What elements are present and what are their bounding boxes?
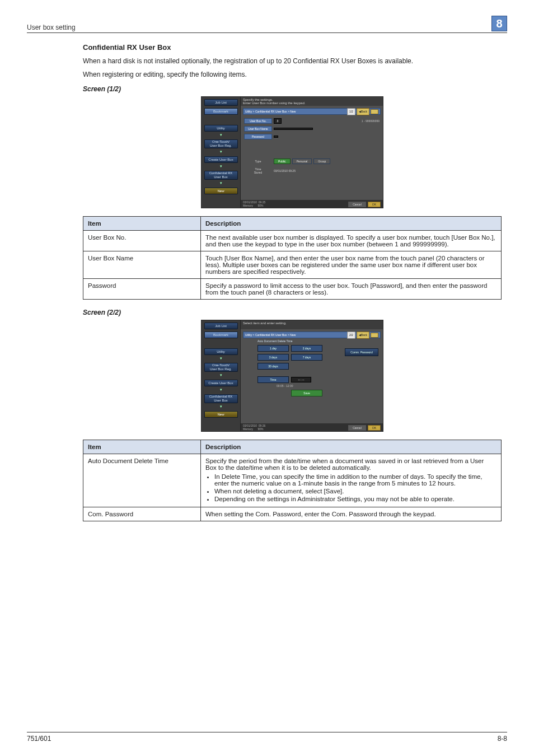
page-indicator: 1/2 xyxy=(347,108,355,115)
table-header-item: Item xyxy=(83,217,201,231)
breadcrumb: Utility > Confidential RX User Box > New… xyxy=(243,332,381,338)
screen2-title: Screen (2/2) xyxy=(83,309,502,316)
sidebar-onetouch-button[interactable]: One-Touch/ User Box Reg. xyxy=(204,363,238,372)
password-value xyxy=(274,136,278,138)
comm-password-button[interactable]: Comm. Password xyxy=(345,348,378,356)
user-box-name-button[interactable]: User Box Name xyxy=(244,126,272,132)
sidebar-confidential-button[interactable]: Confidential RX User Box xyxy=(204,394,238,403)
sidebar-new-button[interactable]: New xyxy=(204,188,238,194)
chevron-down-icon: ▾ xyxy=(218,373,224,377)
device-sidebar: Job List Bookmark Utility ▾ One-Touch/ U… xyxy=(202,97,241,208)
screen2-description-table: Item Description Auto Document Delete Ti… xyxy=(83,440,502,521)
sidebar-confidential-button[interactable]: Confidential RX User Box xyxy=(204,171,238,180)
cancel-button[interactable]: Cancel xyxy=(348,425,366,431)
table2-row0-desc: Specify the period from the date/time wh… xyxy=(201,454,502,507)
time-stored-label: Time Stored xyxy=(244,167,272,174)
sidebar-joblist-button[interactable]: Job List xyxy=(204,99,238,106)
device-screenshot-1: Job List Bookmark Utility ▾ One-Touch/ U… xyxy=(201,96,383,208)
device-screenshot-2: Job List Bookmark Utility ▾ One-Touch/ U… xyxy=(201,320,383,432)
breadcrumb-path: Utility > Confidential RX User Box > New xyxy=(245,109,296,115)
delete-3days-button[interactable]: 3 days xyxy=(257,354,289,361)
table2-row1-desc: When setting the Com. Password, enter th… xyxy=(201,507,502,521)
back-button[interactable]: ◀Back xyxy=(357,332,369,339)
delete-7days-button[interactable]: 7 days xyxy=(291,354,322,361)
user-box-no-button[interactable]: User Box No. xyxy=(244,118,272,124)
sidebar-bookmark-button[interactable]: Bookmark xyxy=(204,332,238,338)
time-range-hint: 00:05 - 12:00 xyxy=(277,384,293,388)
auto-delete-panel-title: Auto Document Delete Time xyxy=(257,339,293,343)
table-row: Auto Document Delete Time Specify the pe… xyxy=(83,454,502,507)
auto-delete-options: 1 day 2 days 3 days 7 days 30 days xyxy=(257,345,341,370)
table-row: Password Specify a password to limit acc… xyxy=(83,279,502,300)
screen1-description-table: Item Description User Box No. The next a… xyxy=(83,216,502,300)
breadcrumb: Utility > Confidential RX User Box > New… xyxy=(243,108,381,115)
sidebar-create-box-button[interactable]: Create User Box xyxy=(204,380,238,386)
footer-model: 751/601 xyxy=(27,735,51,743)
type-segment: Public Personal Group xyxy=(274,158,330,164)
footer-status-1: 03/01/2010 09:25Memory 90% xyxy=(243,200,265,207)
back-button[interactable]: ◀Back xyxy=(357,108,369,115)
device-body-2: Utility > Confidential RX User Box > New… xyxy=(241,329,383,423)
time-stored-value: 03/01/2010 09:25 xyxy=(274,169,296,172)
footer-status-2: 03/01/2010 09:26Memory 90% xyxy=(243,424,265,431)
time-value: -- : -- xyxy=(291,377,311,382)
type-public-button[interactable]: Public xyxy=(274,158,291,164)
chevron-down-icon: ▾ xyxy=(218,133,224,137)
chapter-number-badge: 8 xyxy=(491,16,507,31)
user-box-name-value xyxy=(274,128,313,130)
breadcrumb-path: Utility > Confidential RX User Box > New xyxy=(245,332,296,338)
page-footer: 751/601 8-8 xyxy=(27,732,507,743)
device-sidebar: Job List Bookmark Utility ▾ One-Touch/ U… xyxy=(202,320,241,431)
forward-button[interactable] xyxy=(371,333,378,338)
table2-row0-bullet0: In Delete Time, you can specify the time… xyxy=(214,473,496,487)
table-row: User Box Name Touch [User Box Name], and… xyxy=(83,251,502,279)
page-indicator: 2/2 xyxy=(347,332,355,339)
intro-paragraph-1: When a hard disk is not installed option… xyxy=(83,56,502,66)
type-group-button[interactable]: Group xyxy=(313,158,330,164)
save-button[interactable]: Save xyxy=(291,390,322,396)
type-personal-button[interactable]: Personal xyxy=(292,158,312,164)
table2-row0-item: Auto Document Delete Time xyxy=(83,454,201,507)
device-top-hint-2: Select item and enter setting. xyxy=(241,320,383,329)
table1-row2-desc: Specify a password to limit access to th… xyxy=(201,279,502,300)
chevron-down-icon: ▾ xyxy=(218,181,224,185)
sidebar-joblist-button[interactable]: Job List xyxy=(204,323,238,329)
device-footer-2: 03/01/2010 09:26Memory 90% Cancel OK xyxy=(241,423,383,431)
delete-2days-button[interactable]: 2 days xyxy=(291,345,322,352)
ok-button[interactable]: OK xyxy=(368,202,381,207)
subsection-heading: Confidential RX User Box xyxy=(83,43,502,52)
table1-row0-desc: The next available user box number is di… xyxy=(201,231,502,251)
chevron-down-icon: ▾ xyxy=(218,388,224,392)
table-row: Com. Password When setting the Com. Pass… xyxy=(83,507,502,521)
footer-pageno: 8-8 xyxy=(498,735,507,743)
sidebar-utility-button[interactable]: Utility xyxy=(204,348,238,355)
sidebar-bookmark-button[interactable]: Bookmark xyxy=(204,108,238,115)
table-header-item: Item xyxy=(83,440,201,454)
type-label: Type xyxy=(244,160,272,163)
table1-row1-desc: Touch [User Box Name], and then enter th… xyxy=(201,251,502,279)
table2-row0-bullet2: Depending on the settings in Administrat… xyxy=(214,496,496,502)
sidebar-onetouch-button[interactable]: One-Touch/ User Box Reg. xyxy=(204,139,238,148)
chevron-down-icon: ▾ xyxy=(218,164,224,169)
cancel-button[interactable]: Cancel xyxy=(348,202,366,207)
user-box-no-range: 1 - 999999999 xyxy=(362,119,380,123)
chevron-down-icon: ▾ xyxy=(218,404,224,409)
delete-1day-button[interactable]: 1 day xyxy=(257,345,289,352)
password-button[interactable]: Password xyxy=(244,134,272,139)
chevron-down-icon: ▾ xyxy=(218,356,224,361)
sidebar-create-box-button[interactable]: Create User Box xyxy=(204,156,238,163)
ok-button[interactable]: OK xyxy=(368,425,381,431)
page-header: User box setting 8 xyxy=(27,16,507,33)
sidebar-new-button[interactable]: New xyxy=(204,411,238,418)
time-button[interactable]: Time xyxy=(257,376,289,383)
section-title: User box setting xyxy=(27,24,76,31)
table-header-desc: Description xyxy=(201,217,502,231)
forward-button[interactable] xyxy=(371,109,378,114)
table1-row2-item: Password xyxy=(83,279,201,300)
delete-30days-button[interactable]: 30 days xyxy=(257,363,289,370)
table1-row0-item: User Box No. xyxy=(83,231,201,251)
device-body-1: Utility > Confidential RX User Box > New… xyxy=(241,106,383,200)
table1-row1-item: User Box Name xyxy=(83,251,201,279)
chevron-down-icon: ▾ xyxy=(218,150,224,154)
sidebar-utility-button[interactable]: Utility xyxy=(204,125,238,132)
